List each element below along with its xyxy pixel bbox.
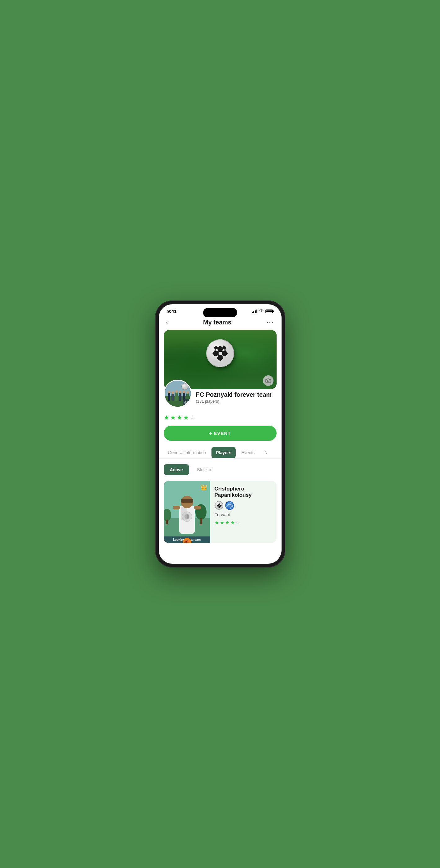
page-title: My teams (203, 319, 231, 326)
phone-frame: 9:41 (155, 301, 285, 567)
team-info-row: FC Poznyaki forever team (131 players) (159, 380, 281, 411)
player-name: Cristophero Papanikolousy (214, 486, 272, 499)
svg-rect-29 (166, 520, 168, 524)
tab-events[interactable]: Events (237, 447, 259, 458)
player-star-1: ★ (214, 520, 219, 526)
soccer-ball-image (206, 339, 234, 367)
star-1: ★ (164, 414, 169, 421)
status-icons (252, 309, 273, 314)
nav-header: ‹ My teams ··· (159, 316, 281, 330)
player-info: Cristophero Papanikolousy (210, 481, 277, 543)
svg-rect-35 (181, 499, 193, 503)
battery-icon (265, 310, 273, 313)
svg-point-23 (186, 402, 187, 403)
player-star-4: ★ (230, 520, 235, 526)
svg-point-16 (175, 390, 178, 393)
sub-tab-active[interactable]: Active (164, 464, 189, 475)
svg-point-20 (183, 391, 185, 393)
tab-players[interactable]: Players (211, 447, 236, 458)
star-4: ★ (183, 414, 189, 421)
dynamic-island (203, 308, 237, 317)
team-details: FC Poznyaki forever team (131 players) (196, 380, 277, 404)
star-2: ★ (170, 414, 176, 421)
team-rating: ★ ★ ★ ★ ☆ (164, 414, 277, 421)
crown-badge: 👑 (200, 484, 207, 491)
player-card[interactable]: 👑 Looking for a team 🏀 Cristophero Papan… (164, 481, 277, 543)
star-5: ☆ (190, 414, 195, 421)
player-sports (214, 501, 272, 510)
svg-rect-27 (200, 518, 202, 524)
svg-point-38 (215, 502, 223, 510)
soccer-ball-icon (214, 501, 223, 510)
add-event-button[interactable]: + EVENT (164, 426, 277, 441)
back-button[interactable]: ‹ (166, 319, 168, 326)
tabs-row: General information Players Events N (159, 446, 281, 459)
signal-icon (252, 310, 257, 313)
svg-rect-36 (173, 506, 180, 509)
wifi-icon (259, 309, 264, 314)
sub-tab-blocked[interactable]: Blocked (191, 464, 219, 475)
sub-tabs-row: Active Blocked (159, 459, 281, 478)
player-star-3: ★ (225, 520, 230, 526)
player-image: 👑 Looking for a team 🏀 (164, 481, 210, 543)
svg-point-12 (168, 391, 170, 393)
svg-rect-17 (179, 393, 181, 401)
scroll-area[interactable]: ‹ My teams ··· (159, 316, 281, 560)
status-time: 9:41 (167, 309, 177, 314)
svg-rect-33 (181, 507, 187, 520)
player-star-5: ☆ (236, 520, 240, 526)
volleyball-ball-icon (225, 501, 234, 510)
svg-rect-15 (175, 393, 178, 401)
tab-general-information[interactable]: General information (164, 447, 210, 458)
star-3: ★ (177, 414, 182, 421)
player-star-2: ★ (220, 520, 224, 526)
svg-point-0 (206, 340, 234, 367)
phone-screen: 9:41 (159, 304, 281, 564)
svg-point-18 (179, 391, 181, 393)
svg-point-14 (171, 392, 174, 394)
avatar-camera-button[interactable] (183, 399, 190, 406)
svg-point-22 (187, 391, 189, 394)
team-name: FC Poznyaki forever team (196, 391, 277, 398)
team-players-count: (131 players) (196, 399, 277, 404)
player-position: Forward (214, 512, 272, 517)
more-button[interactable]: ··· (266, 318, 274, 326)
tab-more[interactable]: N (260, 447, 272, 458)
player-rating: ★ ★ ★ ★ ☆ (214, 520, 272, 526)
svg-rect-13 (171, 394, 174, 401)
team-avatar (164, 380, 192, 408)
svg-rect-37 (194, 506, 201, 509)
svg-rect-11 (168, 393, 170, 401)
